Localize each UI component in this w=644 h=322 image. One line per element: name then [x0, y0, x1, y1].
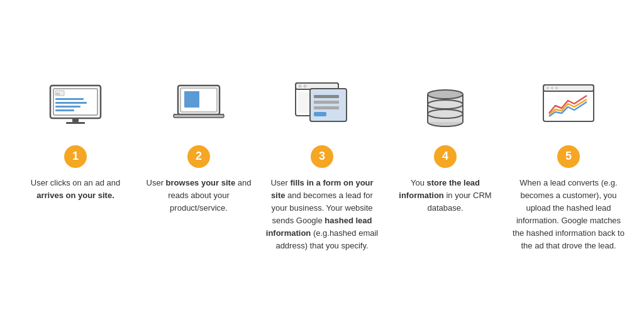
svg-point-17 [303, 84, 306, 87]
svg-rect-5 [55, 102, 87, 104]
svg-rect-13 [174, 114, 224, 118]
step-3-icon [292, 70, 352, 139]
step-5-text: When a lead converts (e.g. becomes a cus… [512, 177, 625, 253]
step-3: 3 User fills in a form on your site and … [260, 70, 384, 253]
step-1: Ad 1 User clicks on an ad and arrives on… [14, 70, 137, 202]
svg-point-35 [555, 87, 558, 89]
step-4-icon [420, 70, 470, 139]
step-4: 4 You store the lead information in your… [384, 70, 507, 214]
svg-text:Ad: Ad [56, 92, 60, 96]
step-2: 2 User browses your site and reads about… [137, 70, 260, 214]
svg-point-16 [298, 84, 301, 87]
step-5-icon [540, 70, 597, 139]
step-3-text: User fills in a form on your site and be… [265, 177, 379, 253]
svg-rect-22 [314, 106, 339, 109]
svg-rect-7 [55, 109, 74, 111]
svg-rect-23 [314, 112, 326, 116]
step-4-text: You store the lead information in your C… [389, 177, 502, 214]
svg-point-34 [551, 87, 553, 89]
main-container: Ad 1 User clicks on an ad and arrives on… [14, 64, 630, 259]
step-2-badge: 2 [187, 145, 210, 168]
svg-rect-8 [72, 118, 79, 122]
svg-rect-6 [55, 106, 80, 108]
svg-rect-21 [314, 101, 339, 104]
svg-rect-19 [310, 89, 347, 121]
step-2-text: User browses your site and reads about y… [142, 177, 255, 214]
svg-rect-12 [184, 91, 199, 108]
step-3-badge: 3 [311, 145, 333, 168]
svg-rect-20 [314, 95, 339, 98]
svg-point-28 [428, 90, 463, 99]
step-5: 5 When a lead converts (e.g. becomes a c… [507, 70, 630, 253]
svg-rect-4 [55, 98, 84, 100]
step-1-badge: 1 [64, 145, 87, 168]
step-2-icon [170, 70, 227, 139]
step-5-badge: 5 [557, 145, 580, 168]
step-1-icon: Ad [47, 70, 104, 139]
step-4-badge: 4 [434, 145, 457, 168]
svg-point-33 [547, 87, 549, 89]
step-1-text: User clicks on an ad and arrives on your… [19, 177, 132, 202]
svg-rect-9 [66, 122, 85, 124]
